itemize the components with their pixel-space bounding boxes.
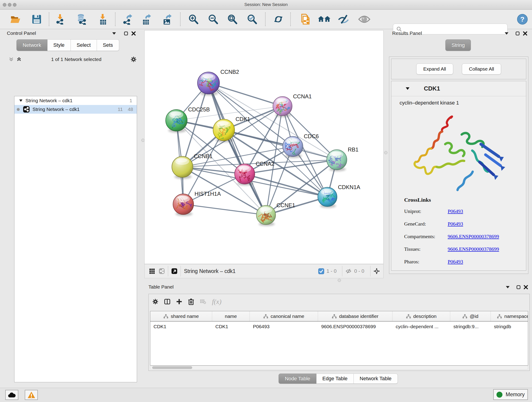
network-node-CDKN1A[interactable]: CDKN1A: [318, 184, 360, 208]
table-cell[interactable]: 9606.ENSP00000378699: [318, 322, 393, 332]
tab-node-table[interactable]: Node Table: [279, 374, 317, 384]
table-cell[interactable]: CDK1: [150, 322, 212, 332]
scrollbar-thumb[interactable]: [152, 366, 192, 369]
column-header-shared-name[interactable]: shared name: [150, 311, 212, 321]
network-node-CCNB2[interactable]: CCNB2: [197, 69, 239, 96]
control-panel: Control Panel NetworkStyleSelectSets 1 o…: [0, 29, 142, 384]
zoom-out-button[interactable]: [206, 13, 220, 26]
crosslink-link[interactable]: 9606.ENSP00000378699: [448, 234, 499, 240]
import-table-button[interactable]: [96, 13, 110, 26]
add-column-button[interactable]: [176, 299, 182, 305]
table-panel-close-button[interactable]: [523, 284, 529, 290]
control-panel-title: Control Panel: [7, 31, 36, 36]
table-cell[interactable]: stringdb:9...: [450, 322, 491, 332]
export-network-button[interactable]: [121, 13, 134, 26]
memory-button[interactable]: Memory: [493, 389, 528, 400]
network-node-CCNA1[interactable]: CCNA1: [273, 93, 312, 117]
refresh-button[interactable]: [272, 13, 285, 26]
tab-network-table[interactable]: Network Table: [354, 374, 398, 384]
export-image-button[interactable]: [161, 13, 174, 26]
column-header-name[interactable]: name: [212, 311, 250, 321]
tab-edge-table[interactable]: Edge Table: [317, 374, 354, 384]
horizontal-splitter-handle[interactable]: [338, 279, 341, 282]
tab-style[interactable]: Style: [47, 39, 71, 51]
crosslink-link[interactable]: P06493: [448, 208, 463, 214]
cloud-status-button[interactable]: [5, 390, 18, 400]
column-header-database-identifier[interactable]: database identifier: [318, 311, 393, 321]
save-session-button[interactable]: [30, 13, 43, 26]
expand-all-tree-button[interactable]: [16, 56, 22, 62]
results-panel-close-button[interactable]: [522, 31, 528, 36]
network-collection-row[interactable]: String Network – cdk1 1: [14, 96, 137, 105]
import-network-button[interactable]: [53, 13, 67, 26]
table-cell[interactable]: stringdb: [491, 322, 528, 332]
tab-string[interactable]: String: [445, 39, 471, 51]
results-panel-menu-button[interactable]: [504, 31, 510, 36]
cdk1-section-header[interactable]: CDK1: [391, 81, 526, 96]
network-row-selected[interactable]: String Network – cdk1 11 48: [14, 105, 137, 114]
zoom-selected-button[interactable]: [245, 13, 259, 26]
shared-column-icon: [497, 314, 502, 319]
network-edge-CDK1-RB1[interactable]: [224, 130, 337, 160]
node-label-HIST1H1A: HIST1H1A: [195, 191, 221, 197]
network-node-RB1[interactable]: RB1: [327, 147, 359, 171]
table-options-button[interactable]: [152, 299, 158, 305]
detach-view-button[interactable]: [171, 268, 177, 274]
table-horizontal-scrollbar[interactable]: [150, 366, 528, 370]
table-cell[interactable]: cyclin–dependent ...: [393, 322, 450, 332]
view-dot-icon: [17, 108, 20, 111]
zoom-in-button[interactable]: [187, 13, 200, 26]
selected-checkbox[interactable]: [318, 268, 324, 274]
table-panel-menu-button[interactable]: [505, 284, 511, 290]
show-columns-button[interactable]: [164, 299, 170, 305]
crosslink-link[interactable]: P06493: [448, 221, 463, 227]
expand-all-button[interactable]: Expand All: [416, 64, 453, 75]
crosslink-row: Tissues:9606.ENSP00000378699: [404, 243, 521, 255]
tab-select[interactable]: Select: [71, 39, 97, 51]
control-panel-menu-button[interactable]: [111, 31, 117, 36]
clone-network-button[interactable]: [299, 13, 312, 26]
network-edge-HIST1H1A-CCNE1[interactable]: [183, 204, 266, 215]
help-button[interactable]: ?: [516, 13, 529, 26]
table-cell[interactable]: P06493: [250, 322, 318, 332]
import-network-from-database-button[interactable]: [75, 13, 88, 26]
hidden-elements-button[interactable]: [346, 268, 351, 274]
control-panel-close-button[interactable]: [131, 31, 137, 36]
grid-view-button[interactable]: [149, 268, 155, 274]
network-node-HIST1H1A[interactable]: HIST1H1A: [173, 191, 221, 216]
network-list-options-button[interactable]: [131, 56, 137, 62]
tab-sets[interactable]: Sets: [97, 39, 119, 51]
network-edge-CCNB2-CCNA1[interactable]: [209, 83, 283, 106]
warnings-button[interactable]: [25, 390, 38, 400]
table-cell[interactable]: CDK1: [212, 322, 250, 332]
collapse-all-button[interactable]: Collapse All: [462, 64, 501, 75]
network-view-share-button[interactable]: [159, 268, 165, 274]
table-panel-float-button[interactable]: [515, 284, 521, 290]
hide-panel-button[interactable]: [337, 13, 350, 26]
crosslink-link[interactable]: P06493: [448, 259, 463, 265]
results-panel-float-button[interactable]: [515, 31, 520, 36]
column-header-description[interactable]: description: [393, 311, 450, 321]
right-splitter-handle[interactable]: [384, 151, 387, 154]
table-row[interactable]: CDK1CDK1P064939606.ENSP00000378699cyclin…: [150, 322, 528, 332]
open-session-button[interactable]: [9, 13, 22, 26]
selected-counter: 1 - 0: [326, 268, 336, 274]
tab-network[interactable]: Network: [17, 39, 47, 51]
column-header--id[interactable]: @id: [450, 311, 491, 321]
first-neighbors-button[interactable]: [317, 13, 331, 26]
show-panel-button[interactable]: [358, 13, 371, 26]
chevron-down-icon: [112, 32, 116, 35]
collapse-all-tree-button[interactable]: [8, 56, 14, 62]
control-panel-float-button[interactable]: [123, 31, 129, 36]
fit-content-button[interactable]: [374, 268, 380, 274]
status-bar: Memory: [0, 388, 532, 402]
export-table-button[interactable]: [140, 13, 153, 26]
network-canvas[interactable]: CCNB2CCNA1CDC25BCDK1CDC6RB1CCNB1CCNA2CDK…: [144, 30, 384, 264]
delete-column-button[interactable]: [188, 299, 194, 305]
left-splitter-handle[interactable]: [141, 139, 145, 142]
column-header-canonical-name[interactable]: canonical name: [250, 311, 318, 321]
crosslink-link[interactable]: 9606.ENSP00000378699: [448, 246, 499, 252]
memory-status-icon: [496, 392, 502, 398]
column-header-namespace[interactable]: namespace: [491, 311, 528, 321]
zoom-fit-button[interactable]: [226, 13, 239, 26]
